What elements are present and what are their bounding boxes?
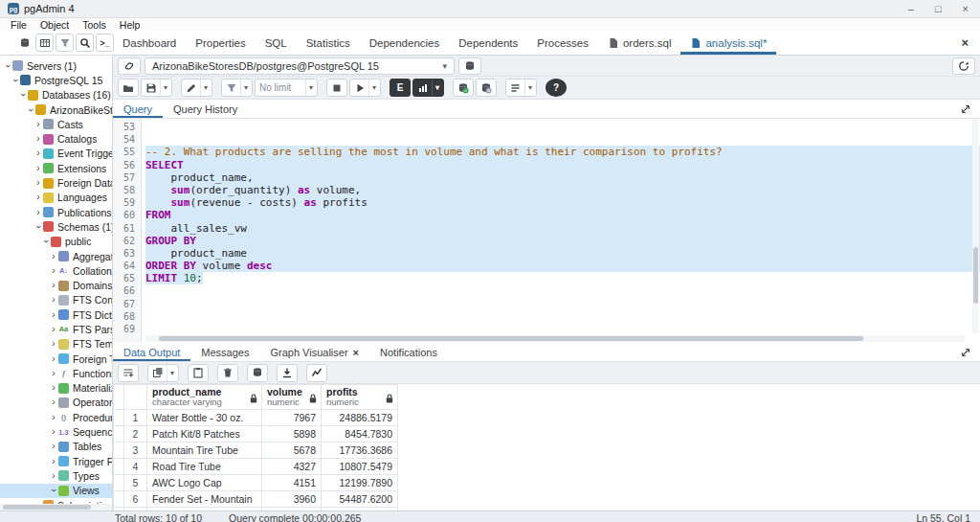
object-menu-button[interactable] xyxy=(15,34,33,52)
chevron-right-icon[interactable]: › xyxy=(33,178,43,188)
row-number[interactable]: 4 xyxy=(124,459,147,475)
tab-notifications[interactable]: Notifications xyxy=(369,343,448,361)
save-data-button[interactable] xyxy=(247,364,268,382)
delete-button[interactable] xyxy=(217,364,238,382)
minimize-button[interactable]: – xyxy=(908,3,914,14)
chevron-right-icon[interactable]: › xyxy=(49,457,58,466)
chevron-right-icon[interactable]: › xyxy=(49,281,58,290)
tree-item-collations[interactable]: ›A↓Collations xyxy=(0,263,112,278)
chevron-down-icon[interactable]: ▾ xyxy=(167,365,174,381)
chevron-right-icon[interactable]: › xyxy=(49,252,58,261)
chevron-right-icon[interactable]: › xyxy=(49,369,58,378)
cell[interactable]: AWC Logo Cap xyxy=(147,475,262,491)
tree-item-views[interactable]: ›Views xyxy=(0,484,112,498)
cell[interactable]: 5678 xyxy=(262,443,322,459)
cell[interactable]: Fender Set - Mountain xyxy=(147,491,262,508)
add-row-button[interactable] xyxy=(118,364,139,382)
tree-item-trigger-functions[interactable]: ›Trigger Functions xyxy=(0,454,112,468)
cell[interactable]: 4327 xyxy=(262,459,322,475)
execute-button[interactable]: ▾ xyxy=(349,79,381,97)
chevron-right-icon[interactable]: › xyxy=(49,442,58,451)
tab-properties[interactable]: Properties xyxy=(186,31,255,55)
code-area[interactable]: -- 2. What products are selling the most… xyxy=(142,119,980,343)
cell[interactable]: Road Tire Tube xyxy=(147,459,262,475)
chevron-right-icon[interactable]: › xyxy=(33,164,43,173)
editor-vertical-scrollbar[interactable] xyxy=(972,119,979,333)
stop-button[interactable] xyxy=(326,79,347,97)
chevron-down-icon[interactable]: ▾ xyxy=(240,79,248,96)
maximize-button[interactable]: □ xyxy=(935,3,942,14)
tree-item-materialized-views[interactable]: ›Materialized Views xyxy=(0,381,112,396)
chevron-right-icon[interactable]: › xyxy=(49,295,58,305)
connection-status-button[interactable] xyxy=(118,57,141,75)
new-connection-button[interactable] xyxy=(458,57,481,75)
chevron-down-icon[interactable]: ▾ xyxy=(305,79,313,96)
reset-layout-button[interactable] xyxy=(952,57,975,75)
chevron-right-icon[interactable]: › xyxy=(49,339,58,349)
tab-dependencies[interactable]: Dependencies xyxy=(360,31,450,55)
graph-button[interactable] xyxy=(306,364,327,382)
row-number[interactable]: 7 xyxy=(124,508,147,511)
tree-item-catalogs[interactable]: ›Catalogs xyxy=(0,131,112,146)
cell[interactable]: 4151 xyxy=(262,475,322,491)
chevron-right-icon[interactable]: › xyxy=(49,325,58,334)
row-strip[interactable] xyxy=(114,443,124,459)
column-header-product_name[interactable]: product_namecharacter varying xyxy=(147,385,262,410)
paste-button[interactable] xyxy=(188,364,209,382)
copy-button[interactable]: ▾ xyxy=(147,364,179,382)
tree-item-schemas-1-[interactable]: ›Schemas (1) xyxy=(0,219,112,234)
row-strip[interactable] xyxy=(114,459,124,475)
close-tab-button[interactable]: × xyxy=(949,31,980,55)
row-strip[interactable] xyxy=(114,475,124,491)
cell[interactable]: 7967 xyxy=(262,410,322,426)
macros-button[interactable]: ▾ xyxy=(505,79,537,97)
chevron-right-icon[interactable]: › xyxy=(33,208,43,217)
cell[interactable]: 2810 xyxy=(262,508,322,511)
menu-item-file[interactable]: File xyxy=(4,19,33,31)
save-results-button[interactable] xyxy=(277,364,298,382)
chevron-right-icon[interactable]: › xyxy=(49,413,58,422)
tree-item-servers-1-[interactable]: ›Servers (1) xyxy=(0,58,112,73)
column-header-volume[interactable]: volumenumeric xyxy=(262,385,322,410)
tree-item-aggregates[interactable]: ›Aggregates xyxy=(0,249,112,263)
chevron-right-icon[interactable]: › xyxy=(33,193,43,202)
chevron-right-icon[interactable]: › xyxy=(33,120,43,129)
chevron-right-icon[interactable]: › xyxy=(49,354,58,364)
tab-dashboard[interactable]: Dashboard xyxy=(113,31,186,55)
chevron-down-icon[interactable]: › xyxy=(3,61,12,71)
row-number[interactable]: 6 xyxy=(124,491,147,508)
rollback-button[interactable] xyxy=(476,79,497,97)
tab-orders-sql[interactable]: orders.sql xyxy=(598,31,681,55)
menu-item-object[interactable]: Object xyxy=(33,19,76,31)
tree-item-foreign-data-wrappers[interactable]: ›Foreign Data Wrappers xyxy=(0,175,112,190)
tree-item-operators[interactable]: ›Operators xyxy=(0,396,112,410)
tree-item-fts-configurations[interactable]: ›FTS Configurations xyxy=(0,293,112,307)
row-strip[interactable] xyxy=(114,426,124,443)
row-strip[interactable] xyxy=(114,508,124,511)
tab-messages[interactable]: Messages xyxy=(190,343,259,361)
cell[interactable]: 54487.6200 xyxy=(322,491,398,508)
edit-button[interactable]: ▾ xyxy=(181,79,212,97)
tab-sql[interactable]: SQL xyxy=(256,31,297,55)
tab-statistics[interactable]: Statistics xyxy=(297,31,360,55)
row-number[interactable]: 1 xyxy=(124,410,147,426)
tree-item-databases-16-[interactable]: ›Databases (16) xyxy=(0,88,112,102)
chevron-down-icon[interactable]: ▾ xyxy=(160,79,167,96)
tree-item-event-triggers[interactable]: ›Event Triggers xyxy=(0,147,112,161)
tree-item-postgresql-15[interactable]: ›PostgreSQL 15 xyxy=(0,73,112,87)
tree-item-procedures[interactable]: ›()Procedures xyxy=(0,410,112,424)
chevron-down-icon[interactable]: › xyxy=(49,486,58,495)
tree-item-fts-templates[interactable]: ›FTS Templates xyxy=(0,337,112,352)
tab-data-output[interactable]: Data Output xyxy=(113,343,190,361)
row-number[interactable]: 3 xyxy=(124,443,147,459)
tree-item-publications[interactable]: ›Publications xyxy=(0,205,112,219)
cell[interactable]: 3960 xyxy=(262,491,322,508)
cell[interactable]: Mountain Tire Tube xyxy=(147,443,262,459)
close-tab-icon[interactable]: × xyxy=(353,347,359,358)
chevron-right-icon[interactable]: › xyxy=(49,310,58,320)
chevron-down-icon[interactable]: › xyxy=(11,76,20,85)
tree-item-public[interactable]: ›public xyxy=(0,235,112,249)
search-objects-button[interactable] xyxy=(76,34,94,52)
limit-select[interactable]: No limit▾ xyxy=(255,79,318,97)
tree-item-sequences[interactable]: ›1.3Sequences xyxy=(0,424,112,439)
